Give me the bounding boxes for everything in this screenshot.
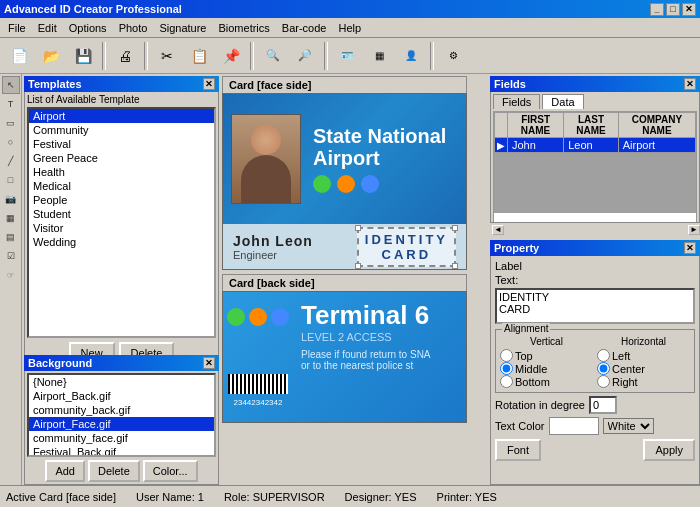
template-green-peace[interactable]: Green Peace xyxy=(29,151,214,165)
radio-left: Left xyxy=(597,349,690,362)
fields-tabs: Fields Data xyxy=(493,94,697,109)
template-health[interactable]: Health xyxy=(29,165,214,179)
scroll-left[interactable]: ◄ xyxy=(492,225,504,235)
bg-community-back[interactable]: community_back.gif xyxy=(29,403,214,417)
new-button[interactable]: 📄 xyxy=(4,42,34,70)
bg-community-face[interactable]: community_face.gif xyxy=(29,431,214,445)
bg-none[interactable]: {None} xyxy=(29,375,214,389)
print-button[interactable]: 🖨 xyxy=(110,42,140,70)
card-name-section: John Leon Engineer xyxy=(233,233,313,261)
fields-title-bar: Fields ✕ xyxy=(490,76,700,92)
fingerprint-tool[interactable]: ☞ xyxy=(2,266,20,284)
scroll-right[interactable]: ► xyxy=(688,225,700,235)
menu-photo[interactable]: Photo xyxy=(113,20,154,36)
status-role: Role: SUPERVISOR xyxy=(224,491,325,503)
table-tool[interactable]: ▤ xyxy=(2,228,20,246)
rotation-label: Rotation in degree xyxy=(495,399,585,411)
template-people[interactable]: People xyxy=(29,193,214,207)
card-dots xyxy=(313,175,458,193)
id-button[interactable]: 🪪 xyxy=(332,42,362,70)
copy-button[interactable]: 📋 xyxy=(184,42,214,70)
background-list[interactable]: {None} Airport_Back.gif community_back.g… xyxy=(27,373,216,457)
dot-orange xyxy=(337,175,355,193)
templates-title: Templates xyxy=(28,78,82,90)
checkbox-tool[interactable]: ☑ xyxy=(2,247,20,265)
rect-tool[interactable]: ▭ xyxy=(2,114,20,132)
templates-close[interactable]: ✕ xyxy=(203,78,215,90)
radio-top-input[interactable] xyxy=(500,349,513,362)
line-tool[interactable]: ╱ xyxy=(2,152,20,170)
bg-festival-back[interactable]: Festival_Back.gif xyxy=(29,445,214,457)
table-row[interactable]: ▶ John Leon Airport xyxy=(495,138,696,153)
template-festival[interactable]: Festival xyxy=(29,137,214,151)
search-button[interactable]: 🔍 xyxy=(258,42,288,70)
menu-signature[interactable]: Signature xyxy=(153,20,212,36)
text-tool[interactable]: T xyxy=(2,95,20,113)
radio-center-input[interactable] xyxy=(597,362,610,375)
delete-bg-button[interactable]: Delete xyxy=(88,460,140,482)
radio-top: Top xyxy=(500,349,593,362)
status-bar: Active Card [face side] User Name: 1 Rol… xyxy=(0,485,700,507)
menu-edit[interactable]: Edit xyxy=(32,20,63,36)
card-back-content: 23442342342 Terminal 6 LEVEL 2 ACCESS Pl… xyxy=(222,291,467,423)
add-bg-button[interactable]: Add xyxy=(45,460,85,482)
templates-list[interactable]: Airport Community Festival Green Peace H… xyxy=(27,107,216,338)
save-button[interactable]: 💾 xyxy=(68,42,98,70)
radio-bottom: Bottom xyxy=(500,375,593,388)
radio-left-input[interactable] xyxy=(597,349,610,362)
fields-close[interactable]: ✕ xyxy=(684,78,696,90)
minimize-button[interactable]: _ xyxy=(650,3,664,16)
apply-button[interactable]: Apply xyxy=(643,439,695,461)
id-badge-line1: IDENTITY xyxy=(365,232,448,247)
template-airport[interactable]: Airport xyxy=(29,109,214,123)
settings-button[interactable]: ⚙ xyxy=(438,42,468,70)
circle-tool[interactable]: ○ xyxy=(2,133,20,151)
property-close[interactable]: ✕ xyxy=(684,242,696,254)
template-medical[interactable]: Medical xyxy=(29,179,214,193)
maximize-button[interactable]: □ xyxy=(666,3,680,16)
col-arrow xyxy=(495,113,508,138)
photo-tool[interactable]: 📷 xyxy=(2,190,20,208)
menu-file[interactable]: File xyxy=(2,20,32,36)
card-back-display[interactable]: 23442342342 Terminal 6 LEVEL 2 ACCESS Pl… xyxy=(223,292,466,422)
radio-middle-input[interactable] xyxy=(500,362,513,375)
template-student[interactable]: Student xyxy=(29,207,214,221)
text-color-row: Text Color White Black Red Blue xyxy=(495,417,695,435)
open-button[interactable]: 📂 xyxy=(36,42,66,70)
photo-button[interactable]: 👤 xyxy=(396,42,426,70)
radio-right-input[interactable] xyxy=(597,375,610,388)
radio-middle: Middle xyxy=(500,362,593,375)
property-text-input[interactable]: IDENTITY CARD xyxy=(495,288,695,324)
back-dot-blue xyxy=(271,308,289,326)
rotation-row: Rotation in degree xyxy=(495,396,695,414)
cut-button[interactable]: ✂ xyxy=(152,42,182,70)
font-button[interactable]: Font xyxy=(495,439,541,461)
menu-barcode[interactable]: Bar-code xyxy=(276,20,333,36)
menu-help[interactable]: Help xyxy=(332,20,367,36)
template-wedding[interactable]: Wedding xyxy=(29,235,214,249)
tab-fields[interactable]: Fields xyxy=(493,94,540,109)
color-select[interactable]: White Black Red Blue xyxy=(603,418,654,434)
app-title: Advanced ID Creator Professional xyxy=(4,3,182,15)
select-tool[interactable]: ↖ xyxy=(2,76,20,94)
tab-data[interactable]: Data xyxy=(542,94,583,109)
box-tool[interactable]: □ xyxy=(2,171,20,189)
bg-airport-back[interactable]: Airport_Back.gif xyxy=(29,389,214,403)
radio-bottom-input[interactable] xyxy=(500,375,513,388)
color-preview[interactable] xyxy=(549,417,599,435)
close-button[interactable]: ✕ xyxy=(682,3,696,16)
bg-airport-face[interactable]: Airport_Face.gif xyxy=(29,417,214,431)
zoom-button[interactable]: 🔎 xyxy=(290,42,320,70)
template-community[interactable]: Community xyxy=(29,123,214,137)
card-face-display[interactable]: State National Airport xyxy=(223,94,466,224)
barcode-tool[interactable]: ▦ xyxy=(2,209,20,227)
back-message2: or to the nearest police st xyxy=(301,360,458,371)
color-bg-button[interactable]: Color... xyxy=(143,460,198,482)
background-close[interactable]: ✕ xyxy=(203,357,215,369)
barcode-button[interactable]: ▦ xyxy=(364,42,394,70)
paste-button[interactable]: 📌 xyxy=(216,42,246,70)
menu-options[interactable]: Options xyxy=(63,20,113,36)
rotation-input[interactable] xyxy=(589,396,617,414)
template-visitor[interactable]: Visitor xyxy=(29,221,214,235)
menu-biometrics[interactable]: Biometrics xyxy=(212,20,275,36)
